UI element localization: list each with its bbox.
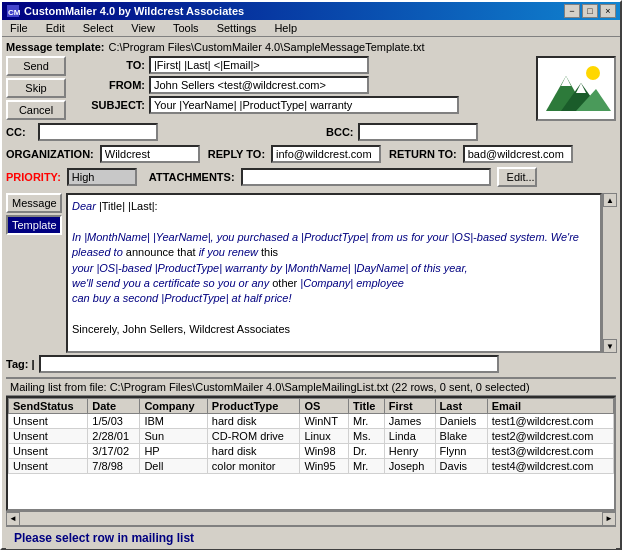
table-row[interactable]: Unsent2/28/01SunCD-ROM driveLinuxMs.Lind… [9, 429, 614, 444]
template-path: C:\Program Files\CustomMailer 4.0\Sample… [108, 41, 424, 53]
org-field[interactable] [100, 145, 200, 163]
subject-field[interactable] [149, 96, 459, 114]
table-cell: Linux [300, 429, 349, 444]
bcc-field[interactable] [358, 123, 478, 141]
priority-field[interactable] [67, 168, 137, 186]
message-tab[interactable]: Message [6, 193, 62, 213]
message-scrollbar[interactable]: ▲ ▼ [602, 193, 616, 353]
subject-label: SUBJECT: [80, 99, 145, 111]
table-cell: Mr. [349, 414, 385, 429]
from-field[interactable] [149, 76, 369, 94]
col-email: Email [487, 399, 613, 414]
close-button[interactable]: × [600, 4, 616, 18]
table-cell: hard disk [207, 444, 300, 459]
mailing-table-container[interactable]: SendStatus Date Company ProductType OS T… [6, 396, 616, 511]
menu-edit[interactable]: Edit [42, 22, 69, 34]
cancel-button[interactable]: Cancel [6, 100, 66, 120]
table-cell: Henry [384, 444, 435, 459]
menu-settings[interactable]: Settings [213, 22, 261, 34]
table-cell: Mr. [349, 459, 385, 474]
table-cell: color monitor [207, 459, 300, 474]
from-label: FROM: [80, 79, 145, 91]
table-cell: Linda [384, 429, 435, 444]
menu-help[interactable]: Help [270, 22, 301, 34]
table-cell: Dell [140, 459, 207, 474]
table-cell: WinNT [300, 414, 349, 429]
table-cell: Unsent [9, 414, 88, 429]
attach-field[interactable] [241, 168, 491, 186]
scroll-up-button[interactable]: ▲ [603, 193, 617, 207]
svg-text:CM: CM [8, 8, 20, 17]
title-text: CustomMailer 4.0 by Wildcrest Associates [24, 5, 244, 17]
minimize-button[interactable]: − [564, 4, 580, 18]
table-cell: test1@wildcrest.com [487, 414, 613, 429]
attach-label: ATTACHMENTS: [149, 171, 235, 183]
table-cell: Flynn [435, 444, 487, 459]
col-first: First [384, 399, 435, 414]
mailing-section: Mailing list from file: C:\Program Files… [6, 377, 616, 525]
menu-select[interactable]: Select [79, 22, 118, 34]
scroll-down-button[interactable]: ▼ [603, 339, 617, 353]
col-last: Last [435, 399, 487, 414]
table-cell: Unsent [9, 444, 88, 459]
table-cell: 3/17/02 [88, 444, 140, 459]
table-cell: 1/5/03 [88, 414, 140, 429]
mailing-header: Mailing list from file: C:\Program Files… [6, 379, 616, 396]
table-cell: test2@wildcrest.com [487, 429, 613, 444]
menu-file[interactable]: File [6, 22, 32, 34]
table-row[interactable]: Unsent7/8/98Dellcolor monitorWin95Mr.Jos… [9, 459, 614, 474]
table-cell: test4@wildcrest.com [487, 459, 613, 474]
h-scrollbar[interactable]: ◄ ► [6, 511, 616, 525]
table-row[interactable]: Unsent3/17/02HPhard diskWin98Dr.HenryFly… [9, 444, 614, 459]
status-bar: Please select row in mailing list [6, 525, 616, 549]
to-label: TO: [80, 59, 145, 71]
scroll-left-button[interactable]: ◄ [6, 512, 20, 526]
template-tab[interactable]: Template [6, 215, 62, 235]
table-cell: James [384, 414, 435, 429]
table-cell: Davis [435, 459, 487, 474]
reply-field[interactable] [271, 145, 381, 163]
col-date: Date [88, 399, 140, 414]
menu-tools[interactable]: Tools [169, 22, 203, 34]
table-cell: Win95 [300, 459, 349, 474]
table-cell: HP [140, 444, 207, 459]
table-cell: Ms. [349, 429, 385, 444]
table-cell: 2/28/01 [88, 429, 140, 444]
return-label: RETURN TO: [389, 148, 457, 160]
table-cell: CD-ROM drive [207, 429, 300, 444]
table-cell: Dr. [349, 444, 385, 459]
menu-bar: File Edit Select View Tools Settings Hel… [2, 20, 620, 37]
priority-label: PRIORITY: [6, 171, 61, 183]
table-cell: 7/8/98 [88, 459, 140, 474]
to-field[interactable] [149, 56, 369, 74]
mailing-table: SendStatus Date Company ProductType OS T… [8, 398, 614, 474]
org-label: ORGANIZATION: [6, 148, 94, 160]
table-cell: Daniels [435, 414, 487, 429]
skip-button[interactable]: Skip [6, 78, 66, 98]
table-cell: Joseph [384, 459, 435, 474]
logo-area [536, 56, 616, 121]
table-cell: test3@wildcrest.com [487, 444, 613, 459]
send-button[interactable]: Send [6, 56, 66, 76]
scroll-right-button[interactable]: ► [602, 512, 616, 526]
table-cell: Sun [140, 429, 207, 444]
menu-view[interactable]: View [127, 22, 159, 34]
template-bar-label: Message template: [6, 41, 104, 53]
return-field[interactable] [463, 145, 573, 163]
message-content: Dear |Title| |Last|: In |MonthName| |Yea… [66, 193, 602, 353]
tag-label: Tag: | [6, 358, 35, 370]
edit-button[interactable]: Edit... [497, 167, 537, 187]
table-cell: Blake [435, 429, 487, 444]
maximize-button[interactable]: □ [582, 4, 598, 18]
cc-label: CC: [6, 126, 34, 138]
col-company: Company [140, 399, 207, 414]
status-message: Please select row in mailing list [14, 531, 194, 545]
reply-label: REPLY TO: [208, 148, 265, 160]
title-bar: CM CustomMailer 4.0 by Wildcrest Associa… [2, 2, 620, 20]
tag-field[interactable] [39, 355, 499, 373]
table-cell: hard disk [207, 414, 300, 429]
logo-image [541, 61, 611, 116]
table-row[interactable]: Unsent1/5/03IBMhard diskWinNTMr.JamesDan… [9, 414, 614, 429]
cc-field[interactable] [38, 123, 158, 141]
table-cell: Unsent [9, 459, 88, 474]
